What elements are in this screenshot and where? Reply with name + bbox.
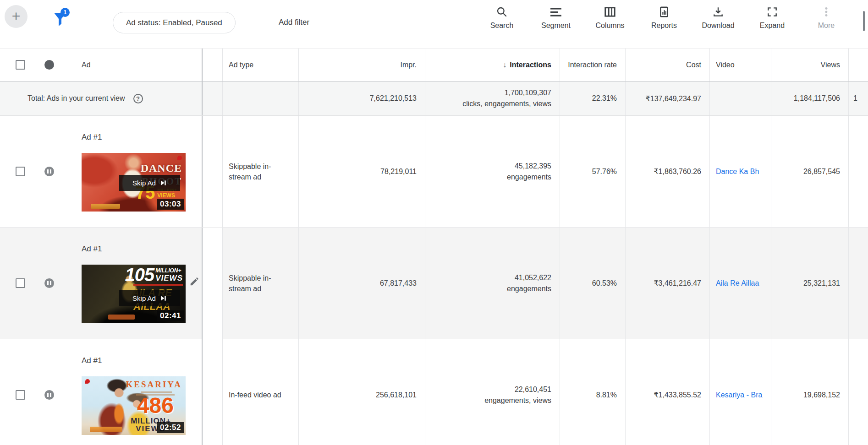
movie-banner: [90, 427, 122, 432]
table-row: Ad #1 DANCE BHOOT 75 MILLION+VIEWS: [0, 116, 868, 228]
table-row: Ad #1 105 MILLION+VIEWS AILA RE AILL: [0, 228, 868, 339]
video-link[interactable]: Kesariya - Bra: [716, 391, 762, 399]
paused-status-icon[interactable]: [44, 167, 54, 176]
reports-button[interactable]: Reports: [637, 6, 691, 30]
ad-thumbnail[interactable]: KESARIYA 486 MILLION+ VIEWS 02:52: [82, 376, 186, 435]
skip-ad-button: Skip Ad: [119, 175, 180, 191]
reports-label: Reports: [651, 22, 677, 30]
row-checkbox[interactable]: [16, 278, 25, 288]
views-cell: 19,698,152: [771, 339, 848, 445]
ad-name: Ad #1: [82, 244, 186, 254]
skip-next-icon: [160, 179, 167, 186]
interactions-header-label: Interactions: [510, 61, 551, 69]
toolbar-actions: Search Segment Columns Reports Download: [475, 6, 853, 30]
interactions-cell: 45,182,395engagements: [425, 116, 560, 227]
column-header-views[interactable]: Views: [771, 49, 848, 81]
more-icon: [820, 6, 832, 18]
download-icon: [712, 6, 724, 18]
plus-icon: +: [12, 9, 21, 23]
total-row: Total: Ads in your current view ? 7,621,…: [0, 81, 868, 116]
total-interaction-rate: 22.31%: [560, 81, 625, 115]
total-interactions: 1,700,109,307clicks, engagements, views: [425, 81, 560, 115]
movie-banner: [108, 315, 135, 320]
segment-icon: [550, 6, 562, 18]
column-header-interaction-rate[interactable]: Interaction rate: [560, 49, 625, 81]
total-label-cell: Total: Ads in your current view ?: [0, 81, 202, 115]
table-header-row: Ad Ad type Impr. ↓ Interactions Interact…: [0, 48, 868, 81]
video-cell: Aila Re Aillaa: [709, 228, 771, 339]
vertical-scrollbar[interactable]: [863, 11, 865, 31]
table-row: Ad #1 KESARIYA 486 MILLION+ VIEWS 02:52: [0, 339, 868, 445]
ad-type-cell: Skippable in-stream ad: [222, 228, 298, 339]
cost-header-label: Cost: [686, 61, 701, 69]
cost-cell: ₹3,461,216.47: [625, 228, 709, 339]
search-label: Search: [490, 22, 514, 30]
total-cost: ₹137,649,234.97: [625, 81, 709, 115]
reports-icon: [658, 6, 670, 18]
filter-count-badge: 1: [60, 8, 70, 17]
column-header-impressions[interactable]: Impr.: [298, 49, 425, 81]
ad-name: Ad #1: [82, 356, 186, 365]
column-header-cost[interactable]: Cost: [625, 49, 709, 81]
ad-thumbnail[interactable]: 105 MILLION+VIEWS AILA RE AILLAA Skip Ad: [82, 265, 186, 323]
paused-status-icon[interactable]: [44, 390, 54, 400]
column-header-video[interactable]: Video: [709, 49, 771, 81]
movie-banner: [91, 204, 120, 209]
expand-label: Expand: [760, 22, 785, 30]
views-cell: 26,857,545: [771, 116, 848, 227]
interactions-cell: 22,610,451engagements, views: [425, 339, 560, 445]
more-label: More: [818, 22, 835, 30]
ad-type-header-label: Ad type: [229, 60, 253, 70]
ad-type-cell: In-feed video ad: [222, 339, 298, 445]
music-label-logo-icon: [177, 156, 182, 160]
total-impressions: 7,621,210,513: [298, 81, 425, 115]
columns-icon: [604, 6, 616, 18]
row-checkbox[interactable]: [16, 390, 25, 400]
add-button[interactable]: +: [5, 5, 27, 28]
ad-type-cell: Skippable in-stream ad: [222, 116, 298, 227]
ad-thumbnail[interactable]: DANCE BHOOT 75 MILLION+VIEWS Skip Ad 03: [82, 153, 186, 212]
video-duration-badge: 03:03: [157, 199, 184, 210]
ad-status-filter-chip[interactable]: Ad status: Enabled, Paused: [113, 12, 236, 33]
thumbnail-title: KESARIYA: [126, 380, 182, 390]
more-button[interactable]: More: [799, 6, 853, 30]
impressions-cell: 78,219,011: [298, 116, 425, 227]
music-label-logo-icon: [85, 379, 90, 384]
interaction-rate-cell: 60.53%: [560, 228, 625, 339]
search-icon: [496, 6, 508, 18]
video-duration-badge: 02:41: [157, 310, 184, 321]
filter-chip-label: Ad status: Enabled, Paused: [126, 18, 222, 27]
expand-icon: [766, 6, 778, 18]
segment-label: Segment: [541, 22, 571, 30]
column-header-ad-type[interactable]: Ad type: [222, 49, 298, 81]
download-button[interactable]: Download: [691, 6, 745, 30]
video-duration-badge: 02:52: [157, 422, 184, 433]
download-label: Download: [702, 22, 734, 30]
ads-table: Ad Ad type Impr. ↓ Interactions Interact…: [0, 48, 868, 445]
help-icon[interactable]: ?: [133, 94, 143, 103]
add-filter-button[interactable]: Add filter: [279, 18, 309, 27]
video-cell: Dance Ka Bh: [709, 116, 771, 227]
interaction-rate-cell: 8.81%: [560, 339, 625, 445]
impressions-header-label: Impr.: [400, 61, 417, 69]
row-checkbox[interactable]: [16, 167, 25, 176]
paused-status-icon[interactable]: [44, 278, 54, 288]
edit-pencil-icon[interactable]: [189, 277, 199, 287]
interactions-cell: 41,052,622engagements: [425, 228, 560, 339]
segment-button[interactable]: Segment: [529, 6, 583, 30]
status-column-icon: [44, 60, 54, 70]
cost-cell: ₹1,863,760.26: [625, 116, 709, 227]
search-button[interactable]: Search: [475, 6, 529, 30]
video-cell: Kesariya - Bra: [709, 339, 771, 445]
filter-button[interactable]: 1: [53, 12, 69, 30]
skip-next-icon: [160, 295, 167, 302]
column-header-ad[interactable]: Ad: [64, 49, 202, 81]
interaction-rate-cell: 57.76%: [560, 116, 625, 227]
interaction-rate-header-label: Interaction rate: [568, 60, 617, 70]
video-link[interactable]: Aila Re Aillaa: [716, 279, 759, 288]
columns-button[interactable]: Columns: [583, 6, 637, 30]
select-all-checkbox[interactable]: [16, 60, 25, 70]
video-link[interactable]: Dance Ka Bh: [716, 168, 759, 176]
expand-button[interactable]: Expand: [745, 6, 799, 30]
column-header-interactions[interactable]: ↓ Interactions: [425, 49, 560, 81]
